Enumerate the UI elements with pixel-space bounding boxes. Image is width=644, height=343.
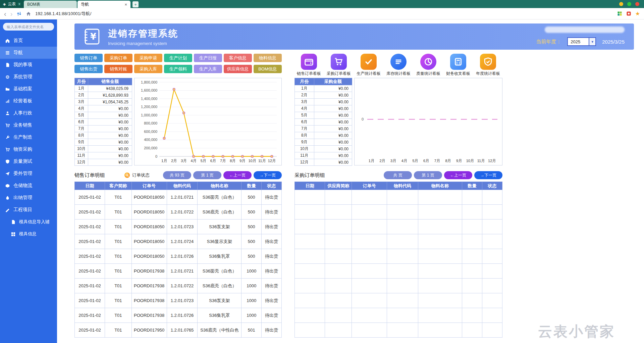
order-status-icon: [124, 172, 130, 178]
cell: [352, 190, 387, 205]
cell: ¥0.00: [88, 105, 132, 112]
sidebar-item-12[interactable]: 仓储物流: [0, 180, 57, 192]
forward-button[interactable]: ›: [10, 10, 13, 17]
sidebar-item-5[interactable]: 经营看板: [0, 95, 57, 107]
sidebar-item-7[interactable]: 业务销售: [0, 119, 57, 131]
sidebar-item-11[interactable]: 委外管理: [0, 167, 57, 180]
quick-button-11[interactable]: 生产入库: [194, 65, 222, 73]
quick-button-3[interactable]: 生产计划: [164, 54, 192, 62]
quick-button-12[interactable]: 供应商信息: [224, 65, 252, 73]
cell: POORD018050: [131, 190, 167, 205]
cell: 9月: [295, 139, 314, 146]
close-button[interactable]: [635, 2, 639, 6]
tab-nav[interactable]: 导航 ×: [77, 1, 130, 8]
svg-text:1月: 1月: [161, 159, 167, 163]
table-row: 10月¥0.00: [295, 146, 352, 152]
minimize-button[interactable]: [619, 2, 623, 6]
sales-detail-table-wrap: 日期客户简称订单号物料代码物料名称数量状态2025-01-02T01POORD0…: [74, 182, 282, 338]
svg-text:11月: 11月: [258, 159, 266, 163]
sidebar-item-15[interactable]: 模具信息导入辅: [0, 216, 57, 228]
sidebar-item-8[interactable]: 生产制造: [0, 131, 57, 143]
window-controls: [614, 0, 644, 8]
cell: ¥0.00: [314, 119, 352, 126]
sidebar-item-9[interactable]: 物资采购: [0, 143, 57, 155]
current-page-pill[interactable]: 第 1 页: [414, 171, 442, 179]
quick-button-6[interactable]: 物料信息: [254, 54, 282, 62]
quick-button-1[interactable]: 采购订单: [104, 54, 132, 62]
logo-menu-caret-icon[interactable]: ▾: [18, 2, 21, 6]
sidebar-item-label: 我的事项: [13, 62, 32, 68]
kanban-item-1[interactable]: 采购订单看板: [324, 54, 353, 77]
cell: [387, 249, 418, 264]
cell: [482, 264, 502, 279]
bookmark-star-icon[interactable]: ★: [635, 11, 640, 16]
cell: [482, 205, 502, 219]
cell: ¥0.00: [314, 159, 352, 166]
app-logo[interactable]: ◈ 云表 ▾: [0, 0, 24, 8]
sidebar-item-1[interactable]: 导航: [0, 47, 57, 59]
quick-button-2[interactable]: 采购申请: [134, 54, 162, 62]
table-row: 3月¥1,054,745.25: [75, 99, 132, 105]
sidebar-item-16[interactable]: 模具信息: [0, 228, 57, 240]
banner-titles: 进销存管理系统 Invoicing management system: [108, 28, 178, 46]
cell: ¥1,628,890.93: [88, 92, 132, 99]
sidebar-item-2[interactable]: 我的事项: [0, 59, 57, 71]
prev-page-button[interactable]: ←上一页: [444, 171, 472, 179]
sidebar-item-10[interactable]: 质量测试: [0, 155, 57, 167]
sidebar-item-label: 出纳管理: [13, 195, 32, 201]
purchase-pagination: 共 页 第 1 页 ←上一页 →下一页: [384, 171, 502, 179]
prev-page-button[interactable]: ←上一页: [223, 171, 252, 179]
column-header: 状态: [262, 182, 282, 190]
sales-section: 销售订单采购订单采购申请生产计划生产日报客户信息物料信息销售出货销售对账采购入库…: [74, 54, 282, 338]
quick-button-8[interactable]: 销售对账: [104, 65, 132, 73]
sidebar-item-14[interactable]: 工程项目: [0, 204, 57, 216]
search-input[interactable]: [3, 23, 54, 31]
cell: [352, 249, 387, 264]
cell: ¥0.00: [88, 152, 132, 159]
cell: ¥1,054,745.25: [88, 99, 132, 105]
column-header: 日期: [295, 182, 325, 190]
kanban-item-3[interactable]: 库存统计看板: [384, 54, 413, 77]
kanban-item-6[interactable]: 年度统计看板: [474, 54, 502, 77]
home-icon[interactable]: [26, 11, 31, 16]
sidebar-item-13[interactable]: 出纳管理: [0, 192, 57, 204]
maximize-button[interactable]: [627, 2, 631, 6]
quick-button-7[interactable]: 销售出货: [74, 65, 103, 73]
kanban-item-5[interactable]: 财务收支看板: [444, 54, 473, 77]
quick-button-4[interactable]: 生产日报: [194, 54, 222, 62]
quick-button-13[interactable]: BOM信息: [254, 65, 282, 73]
total-pages-pill: 共 页: [384, 171, 412, 179]
order-status-button[interactable]: 订单状态: [124, 172, 150, 178]
tab-close-icon[interactable]: ×: [124, 2, 127, 7]
quick-button-10[interactable]: 生产领料: [164, 65, 192, 73]
new-tab-button[interactable]: +: [132, 1, 139, 7]
sidebar-item-3[interactable]: 系统管理: [0, 71, 57, 83]
quick-button-0[interactable]: 销售订单: [74, 54, 103, 62]
year-select[interactable]: 2025 ▾: [567, 37, 596, 46]
quick-button-5[interactable]: 客户信息: [224, 54, 252, 62]
back-button[interactable]: ‹: [4, 10, 6, 17]
sidebar-menu: 首页导航我的事项系统管理基础档案经营看板人事行政业务销售生产制造物资采购质量测试…: [0, 35, 57, 240]
extension-grid-icon[interactable]: [617, 11, 622, 16]
kanban-item-0[interactable]: 销售订单看板: [294, 54, 323, 77]
record-icon[interactable]: [626, 11, 631, 16]
column-header: 状态: [482, 182, 502, 190]
current-page-pill[interactable]: 第 1 页: [193, 171, 221, 179]
kanban-item-4[interactable]: 质量统计看板: [414, 54, 443, 77]
doc-icon: [5, 62, 10, 67]
cell: [387, 234, 418, 249]
refresh-icon[interactable]: [16, 11, 22, 16]
chevron-down-icon[interactable]: ▾: [589, 38, 595, 45]
cell: [462, 279, 482, 293]
tab-bom[interactable]: BOM表: [24, 1, 77, 8]
next-page-button[interactable]: →下一页: [254, 171, 282, 179]
next-page-button[interactable]: →下一页: [474, 171, 502, 179]
url-text[interactable]: 192.168.1.41:88/10001/导航/: [35, 11, 91, 17]
sidebar-item-6[interactable]: 人事行政: [0, 107, 57, 119]
cell: S36泵支架: [198, 293, 241, 308]
sidebar-item-0[interactable]: 首页: [0, 35, 57, 47]
sidebar-item-4[interactable]: 基础档案: [0, 83, 57, 95]
quick-button-9[interactable]: 采购入库: [134, 65, 162, 73]
kanban-item-2[interactable]: 生产统计看板: [354, 54, 383, 77]
cell: [295, 249, 325, 264]
